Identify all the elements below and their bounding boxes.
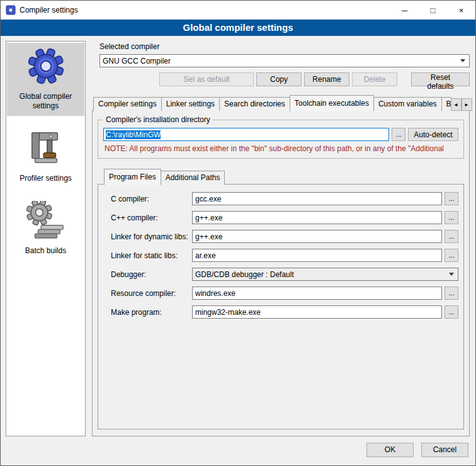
compiler-actions: Set as default Copy Rename Delete Reset … — [99, 72, 470, 86]
settings-tabstrip: Compiler settings Linker settings Search… — [92, 95, 470, 111]
sidebar-item-label: Global compiler settings — [9, 92, 82, 111]
gear-icon — [26, 47, 65, 86]
cpp-compiler-row: C++ compiler: ... — [111, 211, 458, 224]
sidebar-item-label: Batch builds — [25, 246, 66, 256]
debugger-label: Debugger: — [111, 270, 192, 279]
chevron-down-icon — [460, 59, 465, 62]
cpp-compiler-input[interactable] — [192, 211, 442, 224]
tab-search-directories[interactable]: Search directories — [219, 97, 290, 111]
auto-detect-button[interactable]: Auto-detect — [408, 128, 458, 141]
installation-directory-label: Compiler's installation directory — [103, 115, 213, 124]
maximize-button[interactable]: □ — [419, 1, 447, 20]
resource-compiler-row: Resource compiler: ... — [111, 287, 458, 300]
sidebar-item-global-compiler-settings[interactable]: Global compiler settings — [7, 43, 84, 116]
chevron-down-icon — [449, 273, 454, 276]
window-title: Compiler settings — [20, 6, 78, 14]
batch-builds-icon — [26, 201, 65, 240]
tab-scroll-right-button[interactable]: ► — [462, 98, 472, 111]
profiler-icon — [26, 128, 65, 168]
main-panel: Selected compiler GNU GCC Compiler Set a… — [92, 41, 470, 436]
make-program-label: Make program: — [111, 308, 192, 317]
tab-scroll-left-button[interactable]: ◄ — [451, 98, 462, 111]
selected-compiler-select[interactable]: GNU GCC Compiler — [99, 54, 470, 67]
selected-compiler-value: GNU GCC Compiler — [103, 57, 459, 65]
app-icon — [6, 5, 16, 15]
c-compiler-row: C compiler: ... — [111, 192, 458, 205]
program-files-panel: C compiler: ... C++ compiler: ... Linker… — [98, 184, 464, 429]
resource-compiler-browse-button[interactable]: ... — [445, 287, 458, 300]
make-program-browse-button[interactable]: ... — [445, 305, 458, 319]
selected-compiler-label: Selected compiler — [99, 42, 470, 51]
subtab-additional-paths[interactable]: Additional Paths — [161, 171, 225, 185]
tab-linker-settings[interactable]: Linker settings — [161, 97, 220, 111]
compiler-settings-window: Compiler settings ─ □ × Global compiler … — [0, 0, 476, 466]
cpp-compiler-label: C++ compiler: — [111, 213, 192, 222]
toolchain-executables-panel: Compiler's installation directory C:\ray… — [92, 110, 470, 436]
dialog-content: Global compiler settings Profiler settin… — [1, 36, 475, 440]
make-program-row: Make program: ... — [111, 305, 458, 319]
tab-toolchain-executables[interactable]: Toolchain executables — [290, 95, 374, 111]
debugger-select[interactable]: GDB/CDB debugger : Default — [192, 268, 458, 281]
sidebar-item-label: Profiler settings — [20, 174, 72, 183]
dialog-header: Global compiler settings — [1, 20, 475, 36]
ok-button[interactable]: OK — [366, 443, 414, 457]
tab-compiler-settings[interactable]: Compiler settings — [93, 97, 162, 111]
sidebar-item-batch-builds[interactable]: Batch builds — [7, 197, 84, 261]
close-button[interactable]: × — [447, 1, 475, 20]
installation-directory-group: Compiler's installation directory C:\ray… — [98, 120, 464, 159]
selected-compiler-section: Selected compiler GNU GCC Compiler Set a… — [92, 41, 470, 86]
titlebar: Compiler settings ─ □ × — [1, 1, 475, 20]
sidebar-item-profiler-settings[interactable]: Profiler settings — [7, 125, 84, 188]
cpp-compiler-browse-button[interactable]: ... — [445, 211, 458, 224]
c-compiler-browse-button[interactable]: ... — [445, 192, 458, 205]
tab-build-options[interactable]: Buil — [441, 97, 451, 111]
category-sidebar: Global compiler settings Profiler settin… — [6, 41, 86, 436]
dynamic-linker-row: Linker for dynamic libs: ... — [111, 230, 458, 243]
cancel-button[interactable]: Cancel — [421, 443, 468, 457]
copy-button[interactable]: Copy — [256, 72, 302, 86]
bin-subdirectory-note: NOTE: All programs must exist either in … — [105, 144, 457, 153]
c-compiler-input[interactable] — [192, 192, 442, 205]
program-files-tabstrip: Program Files Additional Paths — [98, 169, 464, 185]
installation-directory-row: C:\raylib\MinGW ... Auto-detect — [103, 128, 458, 141]
dynamic-linker-input[interactable] — [192, 230, 442, 243]
static-linker-label: Linker for static libs: — [111, 251, 192, 260]
dialog-footer: OK Cancel — [1, 440, 475, 465]
install-dir-value: C:\raylib\MinGW — [106, 130, 161, 139]
static-linker-row: Linker for static libs: ... — [111, 249, 458, 262]
install-dir-input[interactable]: C:\raylib\MinGW — [103, 128, 389, 141]
tab-scroll-buttons: ◄ ► — [451, 98, 472, 111]
delete-button[interactable]: Delete — [352, 72, 397, 86]
minimize-button[interactable]: ─ — [390, 1, 419, 20]
reset-defaults-button[interactable]: Reset defaults — [411, 72, 470, 86]
dynamic-linker-browse-button[interactable]: ... — [445, 230, 458, 243]
set-as-default-button[interactable]: Set as default — [159, 72, 254, 86]
static-linker-input[interactable] — [192, 249, 442, 262]
rename-button[interactable]: Rename — [304, 72, 349, 86]
resource-compiler-input[interactable] — [192, 287, 442, 300]
c-compiler-label: C compiler: — [111, 195, 192, 203]
make-program-input[interactable] — [192, 305, 442, 319]
install-dir-browse-button[interactable]: ... — [392, 128, 405, 141]
static-linker-browse-button[interactable]: ... — [445, 249, 458, 262]
tab-custom-variables[interactable]: Custom variables — [373, 97, 442, 111]
subtab-program-files[interactable]: Program Files — [104, 169, 161, 185]
debugger-value: GDB/CDB debugger : Default — [195, 270, 448, 279]
resource-compiler-label: Resource compiler: — [111, 289, 192, 298]
debugger-row: Debugger: GDB/CDB debugger : Default — [111, 268, 458, 281]
dynamic-linker-label: Linker for dynamic libs: — [111, 232, 192, 241]
